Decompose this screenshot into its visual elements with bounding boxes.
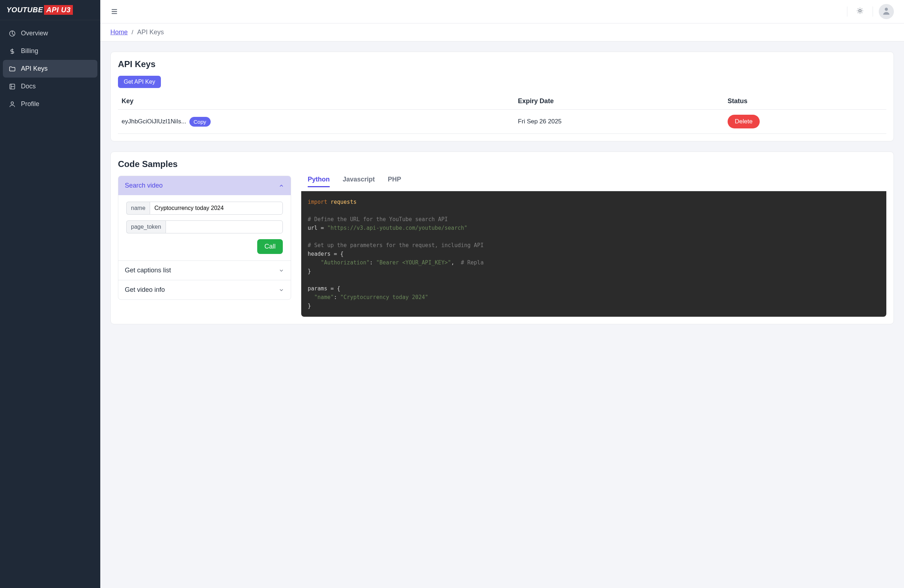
key-value: eyJhbGciOiJIUzI1NiIs...	[122, 118, 186, 125]
breadcrumb: Home / API Keys	[100, 23, 904, 41]
book-icon	[9, 83, 16, 90]
accordion-header[interactable]: Get video info	[119, 280, 291, 299]
sidebar-item-label: Profile	[21, 100, 40, 108]
sidebar-item-label: Overview	[21, 30, 48, 37]
folder-icon	[9, 65, 16, 73]
svg-point-2	[11, 102, 14, 104]
form-row-name: name	[126, 202, 283, 215]
accordion-item-search-video: Search video name	[119, 176, 291, 261]
accordion-label: Get captions list	[125, 267, 171, 274]
breadcrumb-sep: /	[132, 29, 133, 36]
divider	[847, 6, 847, 17]
accordion-header[interactable]: Get captions list	[119, 261, 291, 280]
name-input[interactable]	[150, 202, 283, 215]
col-status: Status	[724, 93, 886, 110]
get-api-key-button[interactable]: Get API Key	[118, 76, 161, 88]
sidebar-item-docs[interactable]: Docs	[3, 77, 97, 95]
api-keys-card: API Keys Get API Key Key Expiry Date Sta…	[111, 52, 894, 141]
code-panel: Python Javascript PHP import requests # …	[301, 176, 886, 317]
page-token-input[interactable]	[166, 220, 283, 233]
tab-javascript[interactable]: Javascript	[343, 176, 375, 187]
code-tabs: Python Javascript PHP	[301, 176, 886, 191]
sidebar-item-label: Docs	[21, 82, 36, 90]
dollar-icon	[9, 47, 16, 55]
sidebar: YOUTUBE API U3 Overview Billing	[0, 0, 100, 588]
call-button[interactable]: Call	[257, 239, 283, 254]
field-label: page_token	[126, 220, 166, 233]
sidebar-item-overview[interactable]: Overview	[3, 25, 97, 42]
samples-accordion: Search video name	[118, 176, 291, 300]
avatar[interactable]	[879, 4, 894, 19]
breadcrumb-current: API Keys	[137, 28, 164, 36]
sidebar-item-label: Billing	[21, 47, 38, 55]
theme-toggle[interactable]	[853, 5, 867, 18]
main: Home / API Keys API Keys Get API Key Key…	[100, 0, 904, 588]
api-keys-table: Key Expiry Date Status eyJhbGciOiJIUzI1N…	[118, 93, 886, 134]
sidebar-item-apikeys[interactable]: API Keys	[3, 60, 97, 77]
logo-badge: API U3	[44, 5, 73, 15]
chevron-up-icon	[278, 183, 284, 189]
delete-button[interactable]: Delete	[728, 115, 760, 128]
content: API Keys Get API Key Key Expiry Date Sta…	[100, 41, 904, 588]
sidebar-item-profile[interactable]: Profile	[3, 95, 97, 113]
logo-text-1: YOUTUBE	[6, 6, 43, 14]
logo[interactable]: YOUTUBE API U3	[0, 0, 100, 20]
hamburger-icon[interactable]	[111, 8, 119, 16]
form-row-page-token: page_token	[126, 220, 283, 233]
pie-icon	[9, 30, 16, 37]
accordion-label: Search video	[125, 182, 163, 190]
accordion-label: Get video info	[125, 286, 165, 294]
user-icon	[9, 101, 16, 108]
sidebar-item-billing[interactable]: Billing	[3, 42, 97, 60]
chevron-down-icon	[278, 268, 284, 273]
accordion-header[interactable]: Search video	[119, 176, 291, 195]
avatar-icon	[882, 6, 891, 17]
sidebar-nav: Overview Billing API Keys Docs	[0, 20, 100, 117]
code-samples-title: Code Samples	[118, 159, 886, 169]
accordion-item-captions: Get captions list	[119, 261, 291, 280]
col-key: Key	[118, 93, 514, 110]
chevron-down-icon	[278, 287, 284, 293]
field-label: name	[126, 202, 150, 215]
copy-button[interactable]: Copy	[190, 117, 211, 126]
tab-python[interactable]: Python	[308, 176, 330, 187]
svg-point-4	[885, 8, 888, 11]
accordion-item-video-info: Get video info	[119, 280, 291, 299]
tab-php[interactable]: PHP	[388, 176, 401, 187]
breadcrumb-home[interactable]: Home	[111, 28, 128, 36]
code-samples-card: Code Samples Search video	[111, 152, 894, 324]
table-row: eyJhbGciOiJIUzI1NiIs... Copy Fri Sep 26 …	[118, 110, 886, 134]
sun-icon	[857, 7, 864, 16]
col-expiry: Expiry Date	[514, 93, 724, 110]
svg-point-3	[859, 9, 861, 12]
api-keys-title: API Keys	[118, 59, 886, 69]
sidebar-item-label: API Keys	[21, 65, 47, 73]
divider	[872, 6, 873, 17]
accordion-body: name page_token Call	[119, 195, 291, 261]
topbar	[100, 0, 904, 23]
expiry-value: Fri Sep 26 2025	[514, 110, 724, 134]
code-block[interactable]: import requests # Define the URL for the…	[301, 191, 886, 317]
